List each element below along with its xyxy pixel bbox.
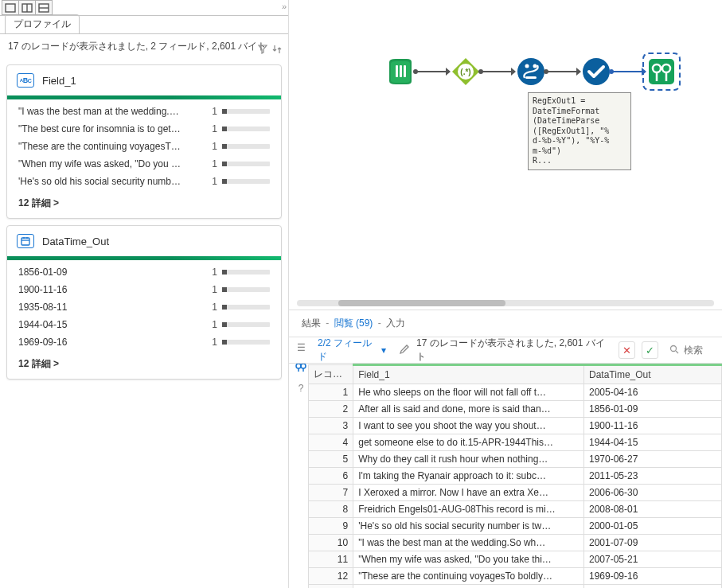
table-row[interactable]: 6I'm taking the Ryanair approach to it: … xyxy=(309,468,722,485)
cell-datetime[interactable]: 2007-05-21 xyxy=(583,551,721,568)
svg-line-31 xyxy=(676,351,678,353)
cell-field1[interactable]: "These are the continuing voyagesTo bold… xyxy=(353,568,584,585)
value-bar xyxy=(222,109,270,114)
field-value-row[interactable]: 1935-08-111 xyxy=(7,298,281,316)
cell-field1[interactable]: get someone else to do it.15-APR-1944Thi… xyxy=(353,434,584,451)
table-row[interactable]: 13"The best cure for insomnia is to get … xyxy=(309,585,722,589)
formula-tool[interactable] xyxy=(515,56,547,88)
cell-field1[interactable]: I want to see you shoot the way you shou… xyxy=(353,418,584,434)
field-value-row[interactable]: "When my wife was asked, "Do you …1 xyxy=(7,155,281,173)
cell-field1[interactable]: "The best cure for insomnia is to get a … xyxy=(353,585,584,589)
collapse-panel-button[interactable]: » xyxy=(282,2,287,11)
regex-tool[interactable]: (.*) xyxy=(450,56,482,88)
cell-datetime[interactable]: 2000-01-05 xyxy=(583,518,721,535)
cell-field1[interactable]: I Xeroxed a mirror. Now I have an extra … xyxy=(353,485,584,501)
field-header[interactable]: DataTime_Out xyxy=(7,226,281,256)
svg-rect-20 xyxy=(649,59,674,84)
table-row[interactable]: 11"When my wife was asked, "Do you take … xyxy=(309,551,722,568)
cell-datetime[interactable]: 2006-06-30 xyxy=(583,485,721,501)
cell-datetime[interactable]: 1969-09-16 xyxy=(583,568,721,585)
cell-field1[interactable]: Freidrich Engels01-AUG-08This record is … xyxy=(353,501,584,518)
input-tool[interactable] xyxy=(384,56,416,88)
cell-datetime[interactable]: 1944-04-15 xyxy=(583,434,721,451)
field-value-row[interactable]: "I was the best man at the wedding.…1 xyxy=(7,103,281,120)
value-count: 1 xyxy=(205,267,222,278)
field-value-row[interactable]: 1944-04-151 xyxy=(7,316,281,333)
string-type-icon: ABC xyxy=(17,73,34,88)
apply-button[interactable]: ✓ xyxy=(642,341,658,359)
row-index: 4 xyxy=(309,434,353,451)
search-box[interactable] xyxy=(665,344,716,356)
workflow-canvas[interactable]: (.*) RegExOut1 = DateTimeFormat (DateTim… xyxy=(289,0,722,310)
field-value-row[interactable]: 'He's so old his social security numb…1 xyxy=(7,173,281,190)
col-header-field1[interactable]: Field_1 xyxy=(353,365,584,384)
table-row[interactable]: 9'He's so old his social security number… xyxy=(309,518,722,535)
cell-datetime[interactable]: 2001-07-09 xyxy=(583,535,721,551)
view-split-icon[interactable] xyxy=(18,0,36,15)
value-bar xyxy=(222,340,270,345)
view-stack-icon[interactable] xyxy=(35,0,53,15)
canvas-scrollbar[interactable] xyxy=(297,300,714,306)
value-text: "I was the best man at the wedding.… xyxy=(18,106,205,117)
value-count: 1 xyxy=(205,302,222,313)
field-more-link[interactable]: 12 詳細 > xyxy=(7,352,281,379)
help-icon[interactable]: ? xyxy=(299,383,304,394)
row-index: 3 xyxy=(309,418,353,434)
table-row[interactable]: 7I Xeroxed a mirror. Now I have an extra… xyxy=(309,485,722,501)
col-header-record[interactable]: レコード xyxy=(309,365,353,384)
svg-rect-5 xyxy=(21,238,29,245)
svg-point-26 xyxy=(296,364,301,368)
field-value-row[interactable]: 1856-01-091 xyxy=(7,263,281,281)
cell-field1[interactable]: "When my wife was asked, "Do you take th… xyxy=(353,551,584,568)
cell-field1[interactable]: 'He's so old his social security number … xyxy=(353,518,584,535)
formula-annotation[interactable]: RegExOut1 = DateTimeFormat (DateTimePars… xyxy=(528,92,631,170)
cell-field1[interactable]: Why do they call it rush hour when nothi… xyxy=(353,451,584,468)
results-label: 結果 xyxy=(302,317,321,329)
cell-datetime[interactable]: 2005-04-16 xyxy=(583,384,721,401)
table-row[interactable]: 2After all is said and done, more is sai… xyxy=(309,401,722,418)
table-row[interactable]: 4get someone else to do it.15-APR-1944Th… xyxy=(309,434,722,451)
sort-icon[interactable] xyxy=(272,44,282,58)
field-value-row[interactable]: 1900-11-161 xyxy=(7,281,281,298)
table-row[interactable]: 5Why do they call it rush hour when noth… xyxy=(309,451,722,468)
field-more-link[interactable]: 12 詳細 > xyxy=(7,192,281,218)
cell-datetime[interactable]: 1856-01-09 xyxy=(583,401,721,418)
cell-field1[interactable]: After all is said and done, more is said… xyxy=(353,401,584,418)
close-button[interactable]: ✕ xyxy=(619,341,635,359)
profile-tab[interactable]: プロファイル xyxy=(5,14,80,33)
connector xyxy=(547,71,580,72)
browse-tool[interactable] xyxy=(646,56,677,88)
cell-datetime[interactable]: 2000-09-04 xyxy=(583,585,721,589)
value-text: 1969-09-16 xyxy=(18,337,205,348)
table-row[interactable]: 3I want to see you shoot the way you sho… xyxy=(309,418,722,434)
browse-link[interactable]: 閲覧 (59) xyxy=(334,317,373,329)
cell-datetime[interactable]: 1970-06-27 xyxy=(583,451,721,468)
cell-datetime[interactable]: 1900-11-16 xyxy=(583,418,721,434)
row-index: 13 xyxy=(309,585,353,589)
view-single-icon[interactable] xyxy=(2,0,19,15)
field-header[interactable]: ABC Field_1 xyxy=(7,65,281,95)
value-count: 1 xyxy=(205,158,222,169)
cell-field1[interactable]: He who sleeps on the floor will not fall… xyxy=(353,384,584,401)
select-tool[interactable] xyxy=(580,56,612,88)
field-value-row[interactable]: "These are the continuing voyagesT…1 xyxy=(7,138,281,155)
value-text: "When my wife was asked, "Do you … xyxy=(18,158,205,169)
search-input[interactable] xyxy=(682,344,711,356)
cell-datetime[interactable]: 2008-08-01 xyxy=(583,501,721,518)
profile-subtabs: プロファイル xyxy=(0,16,288,33)
cell-field1[interactable]: I'm taking the Ryanair approach to it: s… xyxy=(353,468,584,485)
cell-datetime[interactable]: 2011-05-23 xyxy=(583,468,721,485)
results-grid-wrap[interactable]: レコード Field_1 DataTime_Out 1He who sleeps… xyxy=(308,364,722,588)
view-mode-tabs: » xyxy=(0,0,288,16)
cell-field1[interactable]: "I was the best man at the wedding.So wh… xyxy=(353,535,584,551)
table-row[interactable]: 1He who sleeps on the floor will not fal… xyxy=(309,384,722,401)
table-row[interactable]: 8Freidrich Engels01-AUG-08This record is… xyxy=(309,501,722,518)
field-value-row[interactable]: "The best cure for insomnia is to get…1 xyxy=(7,120,281,138)
filter-icon[interactable] xyxy=(258,44,267,58)
table-row[interactable]: 10"I was the best man at the wedding.So … xyxy=(309,535,722,551)
fields-dropdown[interactable]: 2/2 フィールド ▾ xyxy=(313,335,391,365)
field-value-row[interactable]: 1969-09-161 xyxy=(7,333,281,351)
col-header-datetime[interactable]: DataTime_Out xyxy=(583,365,721,384)
table-row[interactable]: 12"These are the continuing voyagesTo bo… xyxy=(309,568,722,585)
edit-icon[interactable] xyxy=(399,344,410,357)
